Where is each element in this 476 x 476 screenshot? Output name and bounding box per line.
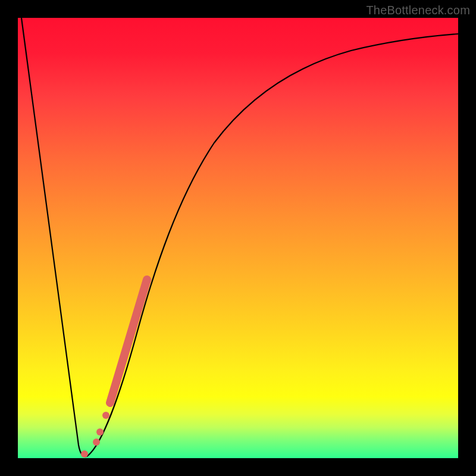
main-curve xyxy=(21,18,458,456)
highlight-dot xyxy=(93,439,100,446)
highlight-dot xyxy=(102,412,109,419)
plot-area xyxy=(18,18,458,458)
chart-svg xyxy=(18,18,458,458)
watermark-text: TheBottleneck.com xyxy=(366,4,470,17)
highlight-dot xyxy=(96,428,104,436)
highlight-dot xyxy=(81,450,88,458)
highlight-segment xyxy=(110,280,147,403)
chart-frame: TheBottleneck.com xyxy=(0,0,476,476)
